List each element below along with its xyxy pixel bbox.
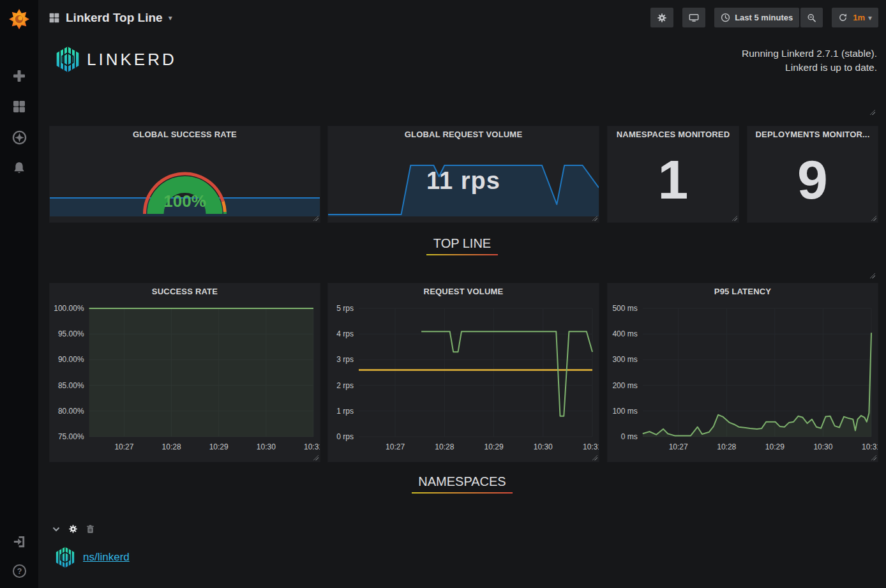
svg-text:80.00%: 80.00% bbox=[58, 407, 84, 416]
sign-in-icon bbox=[12, 534, 27, 549]
dashboards-grid-icon bbox=[12, 100, 26, 114]
svg-text:10:31: 10:31 bbox=[583, 442, 599, 451]
panel-title[interactable]: GLOBAL SUCCESS RATE bbox=[50, 126, 320, 142]
chevron-down-icon bbox=[52, 527, 60, 532]
plus-icon bbox=[12, 69, 26, 83]
svg-text:100.00%: 100.00% bbox=[54, 304, 84, 313]
panel-resize-handle[interactable] bbox=[871, 215, 876, 221]
create-button[interactable] bbox=[0, 61, 38, 91]
svg-text:75.00%: 75.00% bbox=[58, 432, 84, 441]
refresh-button[interactable]: 1m ▾ bbox=[832, 8, 878, 27]
monitor-icon bbox=[689, 13, 699, 23]
svg-text:10:29: 10:29 bbox=[209, 442, 229, 451]
dashboards-button[interactable] bbox=[0, 92, 38, 121]
svg-text:10:29: 10:29 bbox=[484, 442, 504, 451]
grafana-app: ? Linkerd Top Line ▾ bbox=[0, 0, 886, 588]
cycle-view-button[interactable] bbox=[682, 8, 705, 27]
panel-resize-handle[interactable] bbox=[871, 455, 876, 460]
svg-text:10:28: 10:28 bbox=[435, 442, 454, 451]
svg-text:1 rps: 1 rps bbox=[336, 407, 354, 416]
status-line-1: Running Linkerd 2.7.1 (stable). bbox=[742, 47, 877, 61]
svg-text:300 ms: 300 ms bbox=[612, 355, 637, 364]
svg-text:5 rps: 5 rps bbox=[336, 304, 354, 313]
namespace-row: ns/linkerd bbox=[54, 546, 130, 569]
row-title-underline bbox=[426, 254, 498, 255]
dashboard-area: LINKERD Running Linkerd 2.7.1 (stable). … bbox=[38, 35, 886, 588]
row-title[interactable]: TOP LINE bbox=[433, 236, 491, 250]
linkerd-namespace-icon bbox=[54, 546, 77, 569]
svg-text:200 ms: 200 ms bbox=[612, 381, 637, 390]
svg-text:90.00%: 90.00% bbox=[58, 355, 84, 364]
panel-title[interactable]: NAMESPACES MONITORED bbox=[608, 126, 739, 142]
panel-title[interactable]: P95 LATENCY bbox=[608, 283, 878, 299]
top-navbar: Linkerd Top Line ▾ bbox=[38, 0, 886, 35]
svg-text:85.00%: 85.00% bbox=[58, 381, 84, 390]
dashboard-settings-button[interactable] bbox=[650, 8, 673, 27]
panel-request-volume: REQUEST VOLUME 5 rps4 rps3 rps2 rps1 rps… bbox=[327, 283, 599, 462]
time-range-button[interactable]: Last 5 minutes bbox=[714, 8, 799, 27]
panel-resize-handle[interactable] bbox=[592, 215, 597, 221]
row-header-top-line: TOP LINE bbox=[38, 236, 886, 255]
svg-text:0 rps: 0 rps bbox=[336, 432, 354, 441]
dashboard-title[interactable]: Linkerd Top Line bbox=[66, 11, 163, 25]
panel-resize-handle[interactable] bbox=[592, 455, 597, 460]
time-range-label: Last 5 minutes bbox=[735, 13, 793, 22]
row-delete-button[interactable] bbox=[86, 525, 94, 534]
gear-icon bbox=[68, 524, 78, 534]
svg-text:10:30: 10:30 bbox=[257, 442, 276, 451]
help-button[interactable]: ? bbox=[0, 556, 38, 585]
svg-text:10:29: 10:29 bbox=[765, 442, 785, 451]
svg-text:500 ms: 500 ms bbox=[612, 304, 637, 313]
sign-in-button[interactable] bbox=[0, 527, 38, 556]
explore-button[interactable] bbox=[0, 123, 38, 152]
zoom-out-button[interactable] bbox=[800, 8, 823, 27]
panel-title[interactable]: SUCCESS RATE bbox=[50, 283, 320, 299]
svg-text:10:28: 10:28 bbox=[717, 442, 736, 451]
grafana-logo[interactable] bbox=[0, 0, 38, 38]
panel-title[interactable]: REQUEST VOLUME bbox=[328, 283, 599, 299]
status-line-2: Linkerd is up to date. bbox=[742, 61, 877, 75]
row-title[interactable]: NAMESPACES bbox=[418, 474, 506, 488]
row-settings-button[interactable] bbox=[68, 524, 78, 534]
panel-resize-handle[interactable] bbox=[313, 215, 319, 221]
title-caret-icon[interactable]: ▾ bbox=[169, 13, 172, 22]
svg-text:10:31: 10:31 bbox=[304, 442, 320, 451]
panel-resize-handle[interactable] bbox=[869, 273, 875, 278]
panel-global-success-rate: GLOBAL SUCCESS RATE 100% bbox=[49, 126, 320, 223]
row-controls bbox=[52, 524, 94, 534]
namespace-link[interactable]: ns/linkerd bbox=[83, 551, 130, 564]
svg-text:10:27: 10:27 bbox=[114, 442, 133, 451]
panel-namespaces-monitored: NAMESPACES MONITORED 1 bbox=[607, 126, 739, 223]
alerting-button[interactable] bbox=[0, 153, 38, 183]
svg-text:95.00%: 95.00% bbox=[58, 329, 84, 338]
svg-text:10:28: 10:28 bbox=[162, 442, 181, 451]
row-header-namespaces: NAMESPACES bbox=[38, 474, 886, 494]
panel-resize-handle[interactable] bbox=[313, 455, 319, 460]
panel-p95-latency: P95 LATENCY 500 ms400 ms300 ms200 ms100 … bbox=[607, 283, 878, 462]
svg-text:10:27: 10:27 bbox=[669, 442, 688, 451]
svg-text:10:30: 10:30 bbox=[534, 442, 553, 451]
gauge-value: 100% bbox=[50, 192, 320, 211]
panel-title[interactable]: DEPLOYMENTS MONITOR... bbox=[747, 126, 878, 142]
panel-resize-handle[interactable] bbox=[869, 109, 875, 115]
stat-value: 1 bbox=[608, 142, 739, 217]
left-sidebar: ? bbox=[0, 0, 38, 588]
svg-text:2 rps: 2 rps bbox=[336, 381, 354, 390]
linkerd-brand-text: LINKERD bbox=[87, 50, 177, 70]
svg-text:10:27: 10:27 bbox=[386, 442, 405, 451]
row-title-underline bbox=[412, 492, 513, 494]
panel-success-rate: SUCCESS RATE 100.00%95.00%90.00%85.00%80… bbox=[49, 283, 320, 462]
trash-icon bbox=[86, 525, 94, 534]
row-collapse-button[interactable] bbox=[52, 527, 60, 532]
refresh-icon bbox=[838, 13, 848, 22]
zoom-out-icon bbox=[807, 13, 816, 23]
panel-deployments-monitored: DEPLOYMENTS MONITOR... 9 bbox=[747, 126, 878, 223]
svg-text:10:30: 10:30 bbox=[813, 442, 832, 451]
svg-text:?: ? bbox=[17, 566, 22, 575]
panel-resize-handle[interactable] bbox=[732, 215, 737, 221]
question-circle-icon: ? bbox=[12, 564, 27, 578]
request-volume-chart: 5 rps4 rps3 rps2 rps1 rps0 rps10:2710:28… bbox=[328, 299, 599, 461]
refresh-interval-label: 1m bbox=[853, 13, 865, 22]
refresh-caret-icon: ▾ bbox=[868, 13, 872, 22]
svg-text:400 ms: 400 ms bbox=[612, 329, 637, 338]
